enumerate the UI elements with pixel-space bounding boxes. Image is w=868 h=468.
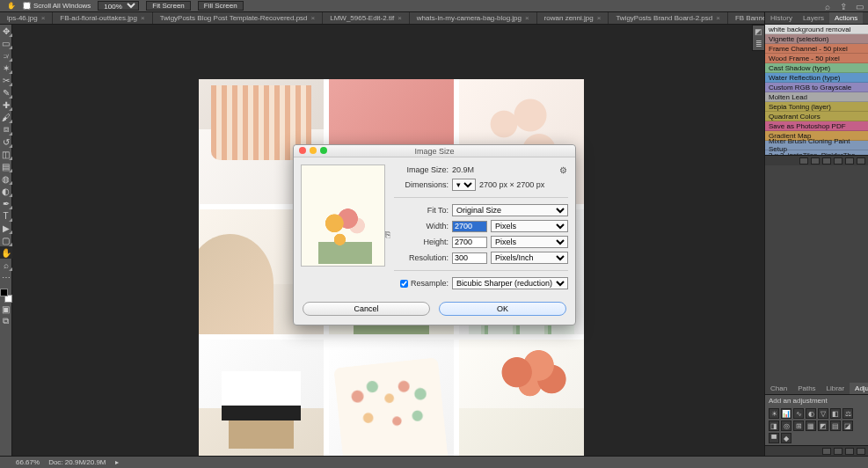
action-item[interactable]: Water Reflection (type) <box>765 73 868 83</box>
actions-panel[interactable]: white background removalVignette (select… <box>765 25 868 155</box>
search-icon[interactable]: ⌕ <box>822 2 833 11</box>
exposure-icon[interactable]: ◐ <box>806 408 816 419</box>
ok-button[interactable]: OK <box>439 302 566 316</box>
action-item[interactable]: Mixer Brush Cloning Paint Setup <box>765 141 868 150</box>
photo-filter-icon[interactable]: ◎ <box>781 420 791 431</box>
posterize-icon[interactable]: ▤ <box>830 420 841 431</box>
action-item[interactable]: Save as Photoshop PDF <box>765 121 868 131</box>
close-tab-icon[interactable]: × <box>141 14 145 22</box>
close-tab-icon[interactable]: × <box>716 14 720 22</box>
color-lookup-icon[interactable]: ▦ <box>806 420 816 431</box>
gradient-tool[interactable]: ▤ <box>0 160 12 172</box>
document-tab[interactable]: TwigyPosts Blog Post Template-Recovered.… <box>153 12 324 24</box>
panel-tab-librar[interactable]: Librar <box>821 383 850 394</box>
zoom-tool[interactable]: ⌕ <box>0 259 12 271</box>
panel-tab-actions[interactable]: Actions <box>829 12 863 24</box>
close-icon[interactable] <box>299 147 306 154</box>
dialog-titlebar[interactable]: Image Size <box>294 145 575 157</box>
selective-color-icon[interactable]: ◆ <box>781 433 791 443</box>
brush-tool[interactable]: 🖌 <box>0 111 12 123</box>
width-input[interactable] <box>452 221 487 232</box>
panel-tab-adjustments[interactable]: Adjustments <box>850 383 868 394</box>
quickmask-toggle[interactable]: ▣ <box>0 303 12 315</box>
type-tool[interactable]: T <box>0 209 12 222</box>
brightness-icon[interactable]: ☀ <box>769 408 779 419</box>
hue-icon[interactable]: ◧ <box>830 408 841 419</box>
action-item[interactable]: white background removal <box>765 25 868 34</box>
status-zoom[interactable]: 66.67% <box>16 458 40 466</box>
panel-tab-layers[interactable]: Layers <box>798 12 829 24</box>
height-unit-select[interactable]: Pixels <box>491 236 568 248</box>
gear-icon[interactable]: ⚙ <box>558 165 568 175</box>
close-tab-icon[interactable]: × <box>41 14 46 22</box>
close-tab-icon[interactable]: × <box>311 14 316 22</box>
new-set-icon[interactable] <box>834 157 842 165</box>
play-icon[interactable] <box>822 157 831 165</box>
width-unit-select[interactable]: Pixels <box>491 220 568 232</box>
bw-icon[interactable]: ◨ <box>769 420 779 431</box>
close-tab-icon[interactable]: × <box>525 14 529 22</box>
foreground-swatch[interactable] <box>0 289 8 296</box>
history-brush-tool[interactable]: ↺ <box>0 135 12 148</box>
close-tab-icon[interactable]: × <box>597 14 602 22</box>
resolution-input[interactable] <box>452 252 487 264</box>
levels-icon[interactable]: 📊 <box>781 408 791 419</box>
fit-screen-button[interactable]: Fit Screen <box>146 1 190 11</box>
action-item[interactable]: Wood Frame - 50 pixel <box>765 54 868 63</box>
document-tab[interactable]: TwigyPosts Brand Board-2.psd× <box>609 12 728 24</box>
resample-checkbox[interactable]: Resample: <box>394 279 449 288</box>
action-item[interactable]: Quadrant Colors <box>765 112 868 121</box>
link-icon[interactable]: ⎘ <box>383 225 392 243</box>
dodge-tool[interactable]: ◐ <box>0 185 12 197</box>
healing-tool[interactable]: ✚ <box>0 99 12 111</box>
action-item[interactable]: Custom RGB to Grayscale <box>765 83 868 92</box>
document-tab[interactable]: whats-in-my-camera-bag-blog.jpg× <box>410 12 537 24</box>
collapsed-icon[interactable]: ≣ <box>755 40 762 48</box>
resample-select[interactable]: Bicubic Sharper (reduction) <box>452 277 568 289</box>
dimensions-unit-select[interactable]: ▾ <box>452 179 476 191</box>
panel-tab-history[interactable]: History <box>765 12 798 24</box>
eyedropper-tool[interactable]: ✎ <box>0 86 12 99</box>
scroll-all-checkbox[interactable]: Scroll All Windows <box>23 2 91 10</box>
color-balance-icon[interactable]: ⚖ <box>842 408 853 419</box>
shape-tool[interactable]: ▢ <box>0 234 12 246</box>
channel-mixer-icon[interactable]: ⊞ <box>793 420 804 431</box>
screenmode-toggle[interactable]: ⧉ <box>0 315 12 327</box>
zoom-window-icon[interactable] <box>320 147 327 154</box>
document-tab[interactable]: rowan zenni.jpg× <box>537 12 609 24</box>
quick-select-tool[interactable]: ✶ <box>0 62 12 74</box>
move-tool[interactable]: ✥ <box>0 25 12 37</box>
panel-button[interactable] <box>834 448 842 455</box>
panel-button[interactable] <box>822 448 831 455</box>
marquee-tool[interactable]: ▭ <box>0 37 12 49</box>
collapsed-icon[interactable]: ◩ <box>755 27 762 36</box>
resolution-unit-select[interactable]: Pixels/Inch <box>491 252 568 264</box>
path-select-tool[interactable]: ▶ <box>0 222 12 234</box>
panel-tab-paths[interactable]: Paths <box>792 383 821 394</box>
panel-tab-chan[interactable]: Chan <box>765 383 792 394</box>
minimize-icon[interactable] <box>310 147 317 154</box>
crop-tool[interactable]: ✂ <box>0 74 12 86</box>
action-item[interactable]: Molten Lead <box>765 92 868 102</box>
fit-to-select[interactable]: Original Size <box>452 204 568 216</box>
panel-button[interactable] <box>845 448 854 455</box>
document-tab[interactable]: LMW_5965-Edit-2.tif× <box>323 12 410 24</box>
edit-toolbar[interactable]: ⋯ <box>0 271 12 283</box>
lasso-tool[interactable]: ⟉ <box>0 49 12 62</box>
cancel-button[interactable]: Cancel <box>303 302 430 316</box>
action-item[interactable]: Cast Shadow (type) <box>765 63 868 73</box>
threshold-icon[interactable]: ◪ <box>842 420 853 431</box>
invert-icon[interactable]: ◩ <box>818 420 828 431</box>
stamp-tool[interactable]: ⧈ <box>0 123 12 135</box>
share-icon[interactable]: ⇪ <box>838 2 849 11</box>
action-item[interactable]: Sepia Toning (layer) <box>765 102 868 112</box>
height-input[interactable] <box>452 237 487 248</box>
curves-icon[interactable]: ∿ <box>793 408 804 419</box>
pen-tool[interactable]: ✒ <box>0 197 12 209</box>
record-icon[interactable] <box>811 157 820 165</box>
stop-icon[interactable] <box>799 157 808 165</box>
hand-tool[interactable]: ✋ <box>0 246 12 259</box>
zoom-select[interactable]: 100% <box>98 1 139 11</box>
document-tab[interactable]: ips-46.jpg× <box>0 12 53 24</box>
vibrance-icon[interactable]: ▽ <box>818 408 828 419</box>
